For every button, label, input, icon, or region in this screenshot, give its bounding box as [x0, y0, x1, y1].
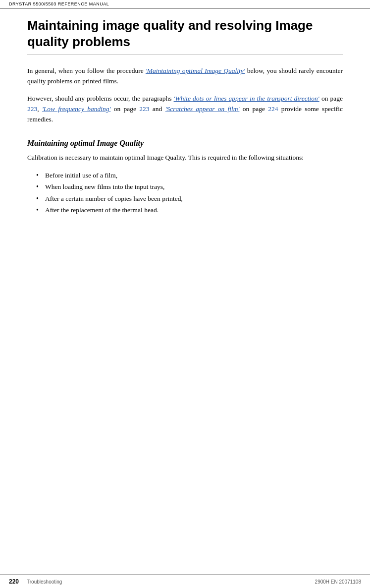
header-title: Drystar 5500/5503 Reference Manual: [9, 1, 109, 6]
low-frequency-link[interactable]: 'Low frequency banding': [42, 105, 111, 113]
para2-text-before: However, should any problems occur, the …: [27, 95, 174, 102]
scratches-link[interactable]: 'Scratches appear on film': [165, 105, 240, 113]
page-223-link-1[interactable]: 223: [27, 105, 37, 113]
footer-left: 220 Troubleshooting: [9, 578, 62, 585]
footer-doc-number: 2900H EN 20071108: [315, 579, 361, 585]
page-title: Maintaining image quality and resolving …: [27, 17, 343, 55]
page-title-line2: quality problems: [27, 34, 130, 49]
footer-section-label: Troubleshooting: [27, 579, 62, 585]
white-dots-link[interactable]: 'White dots or lines appear in the trans…: [174, 95, 319, 102]
page-224-link[interactable]: 224: [268, 105, 278, 113]
para1-text-before: In general, when you follow the procedur…: [27, 67, 146, 74]
footer: 220 Troubleshooting 2900H EN 20071108: [0, 575, 370, 588]
para2-text-sep: ,: [37, 105, 42, 113]
list-item: After the replacement of the thermal hea…: [36, 205, 343, 216]
section-intro: Calibration is necessary to maintain opt…: [27, 153, 343, 163]
body-para-1: In general, when you follow the procedur…: [27, 66, 343, 87]
body-para-2: However, should any problems occur, the …: [27, 94, 343, 125]
para2-text-mid5: on page: [239, 105, 268, 113]
body-section: In general, when you follow the procedur…: [27, 66, 343, 125]
bullet-list: Before initial use of a film, When loadi…: [36, 170, 343, 216]
main-content: Maintaining image quality and resolving …: [0, 8, 370, 575]
para2-text-mid4: and: [150, 105, 165, 113]
footer-page-number: 220: [9, 578, 19, 585]
page-title-line1: Maintaining image quality and resolving …: [27, 18, 313, 33]
list-item: Before initial use of a film,: [36, 170, 343, 181]
page-container: Drystar 5500/5503 Reference Manual Maint…: [0, 0, 370, 588]
para2-text-mid2: on page: [319, 95, 343, 102]
para2-text-mid3: on page: [110, 105, 139, 113]
list-item: After a certain number of copies have be…: [36, 193, 343, 204]
section-heading-maintaining-quality: Maintaining optimal Image Quality: [27, 139, 343, 148]
header-bar: Drystar 5500/5503 Reference Manual: [0, 0, 370, 8]
maintaining-quality-link[interactable]: 'Maintaining optimal Image Quality': [146, 67, 245, 74]
list-item: When loading new films into the input tr…: [36, 181, 343, 192]
page-223-link-2[interactable]: 223: [139, 105, 149, 113]
